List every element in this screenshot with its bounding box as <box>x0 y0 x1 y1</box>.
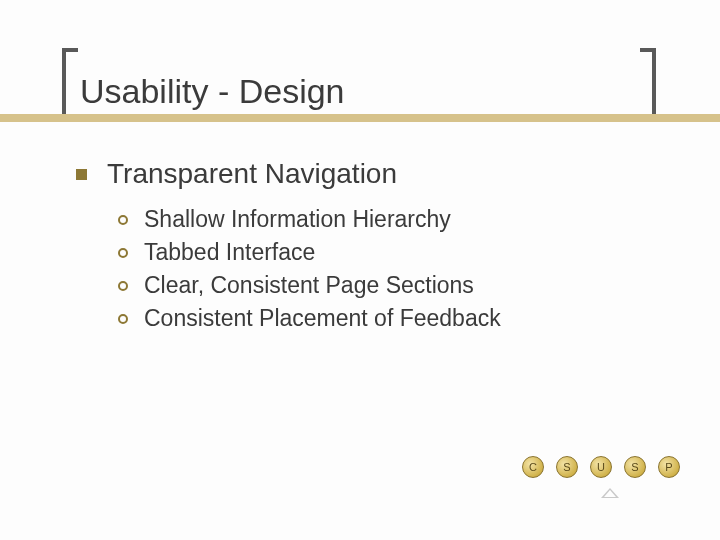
footer-dot-s[interactable]: S <box>556 456 578 478</box>
title-bracket-left <box>62 48 78 122</box>
title-bracket-right <box>640 48 656 122</box>
circle-bullet-icon <box>118 281 128 291</box>
sub-bullet-text: Clear, Consistent Page Sections <box>144 272 474 299</box>
footer-dot-c[interactable]: C <box>522 456 544 478</box>
footer-dot-p[interactable]: P <box>658 456 680 478</box>
footer-dot-s2[interactable]: S <box>624 456 646 478</box>
arrow-up-icon <box>601 488 619 498</box>
square-bullet-icon <box>76 169 87 180</box>
circle-bullet-icon <box>118 248 128 258</box>
sub-bullet-text: Shallow Information Hierarchy <box>144 206 451 233</box>
footer-nav-dots: C S U S P <box>522 456 680 478</box>
main-bullet-text: Transparent Navigation <box>107 158 397 190</box>
sub-bullet-row: Consistent Placement of Feedback <box>118 305 636 332</box>
title-underline-bar <box>0 114 720 122</box>
main-bullet-row: Transparent Navigation <box>76 158 636 190</box>
footer-dot-u[interactable]: U <box>590 456 612 478</box>
slide-content: Transparent Navigation Shallow Informati… <box>76 158 636 338</box>
sub-bullet-text: Consistent Placement of Feedback <box>144 305 501 332</box>
sub-bullet-text: Tabbed Interface <box>144 239 315 266</box>
sub-bullet-row: Tabbed Interface <box>118 239 636 266</box>
circle-bullet-icon <box>118 215 128 225</box>
sub-bullet-row: Shallow Information Hierarchy <box>118 206 636 233</box>
circle-bullet-icon <box>118 314 128 324</box>
sub-bullet-list: Shallow Information Hierarchy Tabbed Int… <box>118 206 636 332</box>
sub-bullet-row: Clear, Consistent Page Sections <box>118 272 636 299</box>
slide-title: Usability - Design <box>80 72 345 111</box>
